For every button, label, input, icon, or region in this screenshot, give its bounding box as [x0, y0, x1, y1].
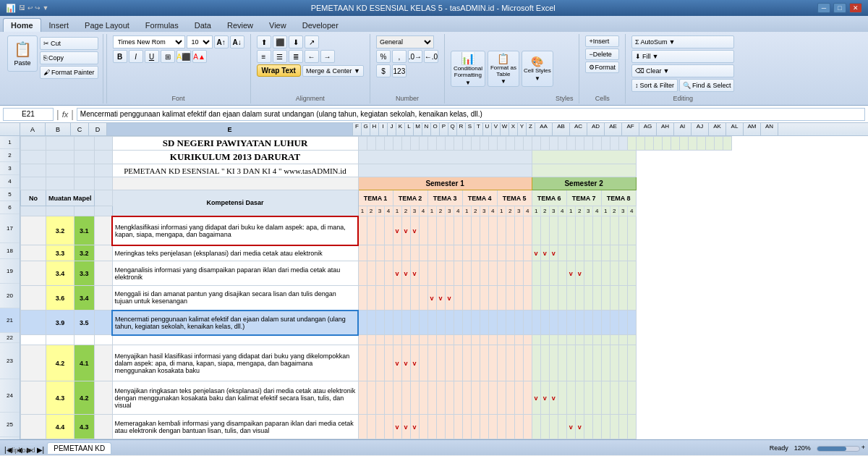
ribbon-tabs: Home Insert Page Layout Formulas Data Re… [0, 16, 868, 32]
underline-button[interactable]: U [145, 50, 159, 63]
col-header-c[interactable]: C [71, 123, 89, 135]
decrease-decimal-button[interactable]: ←.0 [424, 50, 438, 63]
table-row-2: KURIKULUM 2013 DARURAT [21, 151, 732, 164]
font-color-button[interactable]: A▲ [192, 50, 207, 63]
cell-styles-button[interactable]: 🎨 Cell Styles ▼ [522, 51, 553, 87]
format-painter-button[interactable]: 🖌 Format Painter [40, 66, 98, 79]
tema4-header: TEMA 4 [462, 190, 497, 206]
format-icon: ⚙ [589, 64, 595, 71]
ready-label: Ready [770, 444, 788, 452]
align-middle-button[interactable]: ⬛ [273, 35, 287, 48]
col-header-b[interactable]: B [46, 123, 71, 135]
clear-button[interactable]: ⌫ Clear ▼ [631, 64, 735, 77]
format-as-table-button[interactable]: 📋 Format as Table ▼ [488, 51, 519, 87]
copy-button[interactable]: ⎘ Copy [40, 51, 98, 64]
tab-view[interactable]: View [261, 18, 294, 32]
conditional-formatting-button[interactable]: 📊 Conditional Formatting ▼ [451, 51, 485, 87]
autosum-button[interactable]: Σ AutoSum ▼ [631, 35, 735, 48]
font-name-select[interactable]: Times New Rom [113, 35, 185, 48]
align-right-button[interactable]: ≣ [289, 50, 303, 63]
data-row-21-selected[interactable]: 3.9 3.5 Mencermati penggunaan kalimat ef… [21, 311, 732, 335]
maximize-button[interactable]: □ [833, 3, 846, 13]
col-header-d[interactable]: D [89, 123, 107, 135]
formula-input[interactable] [77, 108, 865, 121]
border-button[interactable]: ⊞ [161, 50, 175, 63]
highlight-button[interactable]: A⬛ [176, 50, 191, 63]
font-group-label: Font [113, 93, 244, 102]
data-row-18[interactable]: 3.3 3.2 Meringkas teks penjelasan (ekspl… [21, 245, 732, 261]
sort-icon: ↕ [635, 82, 639, 89]
data-row-23[interactable]: 4.2 4.1 Menyajikan hasil klasifikasi inf… [21, 345, 732, 381]
data-row-25[interactable]: 4.4 4.3 Memeragakan kembali informasi ya… [21, 415, 732, 439]
data-row-24[interactable]: 4.3 4.2 Menyajikan ringkasan teks penjel… [21, 381, 732, 415]
paste-button[interactable]: 📋 Paste [7, 35, 38, 72]
grow-font-button[interactable]: A↑ [214, 35, 229, 48]
window-controls[interactable]: ─ □ ✕ [817, 3, 862, 13]
format-button[interactable]: ⚙ Format [585, 62, 619, 73]
table-row-5: No Muatan Mapel Kompetensi Dasar TEMA 1 … [21, 190, 732, 206]
currency-button[interactable]: $ [376, 64, 391, 77]
fill-button[interactable]: ⬇ Fill ▼ [631, 50, 735, 63]
tab-formulas[interactable]: Formulas [137, 18, 187, 32]
merge-center-button[interactable]: Merge & Center ▼ [302, 65, 364, 77]
status-right: Ready 120% + [770, 444, 865, 452]
number-format2-button[interactable]: 123 [392, 64, 407, 77]
cf-icon: 📊 [461, 51, 475, 65]
delete-button[interactable]: − Delete [585, 48, 619, 60]
sort-filter-button[interactable]: ↕ Sort & Filter [631, 79, 678, 92]
number-format-select[interactable]: General [376, 35, 434, 48]
wrap-text-button[interactable]: Wrap Text [257, 64, 301, 77]
row-num-1: 1 [0, 136, 20, 149]
tab-data[interactable]: Data [187, 18, 219, 32]
zoom-plus[interactable]: + [861, 444, 865, 452]
name-box[interactable] [3, 108, 54, 121]
styles-icon: 🎨 [531, 56, 543, 67]
row-num-4: 4 [0, 175, 20, 188]
zoom-slider[interactable] [817, 446, 860, 452]
tab-page-layout[interactable]: Page Layout [77, 18, 137, 32]
bold-button[interactable]: B [113, 50, 127, 63]
align-top-button[interactable]: ⬆ [257, 35, 271, 48]
close-button[interactable]: ✕ [849, 3, 862, 13]
data-row-19[interactable]: 3.4 3.3 Menganalisis informasi yang disa… [21, 261, 732, 286]
minimize-button[interactable]: ─ [817, 3, 830, 13]
zoom-controls[interactable]: + [817, 444, 865, 452]
col-header-a[interactable]: A [20, 123, 46, 135]
clear-dd-icon: ▼ [663, 67, 669, 75]
align-left-button[interactable]: ≡ [257, 50, 271, 63]
indent-increase-button[interactable]: → [320, 50, 335, 63]
indent-decrease-button[interactable]: ← [305, 50, 319, 63]
find-select-button[interactable]: 🔍 Find & Select [679, 79, 735, 92]
insert-button[interactable]: + Insert [585, 35, 619, 47]
row-num-24: 24 [0, 379, 20, 413]
row-num-19: 19 [0, 259, 20, 284]
align-bottom-button[interactable]: ⬇ [289, 35, 303, 48]
excel-data-table: SD NEGERI PAWIYATAN LUHUR [20, 136, 732, 439]
cut-button[interactable]: ✂ Cut [40, 37, 98, 50]
tema7-header: TEMA 7 [566, 190, 601, 206]
font-size-select[interactable]: 10 [187, 35, 213, 48]
tab-insert[interactable]: Insert [41, 18, 77, 32]
table-content[interactable]: SD NEGERI PAWIYATAN LUHUR [20, 136, 868, 439]
italic-button[interactable]: I [129, 50, 143, 63]
shrink-font-button[interactable]: A↓ [230, 35, 244, 48]
cells-group-label: Cells [585, 93, 619, 102]
tab-developer[interactable]: Developer [294, 18, 346, 32]
col-header-e[interactable]: E [107, 123, 353, 135]
editing-group-label: Editing [631, 93, 735, 102]
tema3-header: TEMA 3 [427, 190, 462, 206]
increase-decimal-button[interactable]: .0→ [408, 50, 422, 63]
wrap-orient-button[interactable]: ↗ [305, 35, 319, 48]
tab-review[interactable]: Review [219, 18, 261, 32]
data-row-20[interactable]: 3.6 3.4 Menggali isi dan amanat pantun y… [21, 286, 732, 311]
sheet-nav-last[interactable]: ▶| [35, 446, 46, 454]
muatan-header: Muatan Mapel [46, 190, 95, 206]
paste-icon: 📋 [14, 41, 32, 58]
align-center-button[interactable]: ☰ [273, 50, 287, 63]
percent-button[interactable]: % [376, 50, 391, 63]
row-num-18: 18 [0, 243, 20, 259]
comma-button[interactable]: , [392, 50, 407, 63]
tab-home[interactable]: Home [3, 18, 41, 32]
data-row-17[interactable]: 3.2 3.1 Mengklasifikasi informasi yang d… [21, 216, 732, 245]
sheet-tab-pemetaan[interactable]: PEMETAAN KD [47, 442, 111, 454]
